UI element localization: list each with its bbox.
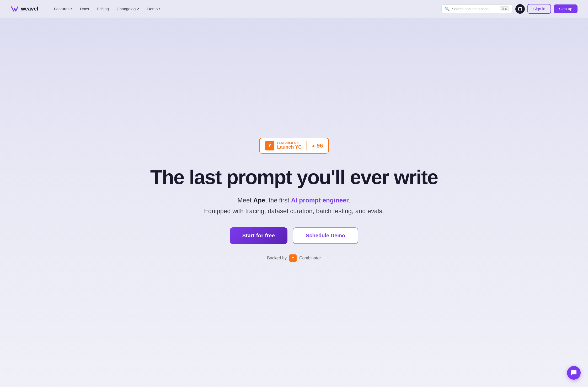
start-for-free-button[interactable]: Start for free	[230, 227, 287, 244]
chat-bubble-button[interactable]	[567, 366, 581, 380]
yc-badge-text: FEATURED ON Launch YC	[277, 142, 302, 150]
nav-links: Features ▾ Docs Pricing Changelog ↗ Demo…	[51, 5, 441, 13]
schedule-demo-button[interactable]: Schedule Demo	[293, 227, 358, 244]
github-icon	[517, 6, 523, 12]
navbar: weavel Features ▾ Docs Pricing Changelog…	[0, 0, 588, 18]
chat-icon	[571, 370, 577, 376]
nav-features[interactable]: Features ▾	[51, 5, 75, 13]
yc-divider	[306, 141, 307, 150]
weavel-logo-icon	[10, 5, 19, 13]
keyboard-shortcut: ⌘ K	[500, 6, 509, 11]
signin-button[interactable]: Sign in	[527, 4, 551, 14]
search-input[interactable]	[452, 7, 498, 11]
search-box[interactable]: 🔍 ⌘ K	[441, 4, 512, 13]
logo-link[interactable]: weavel	[10, 5, 38, 13]
hero-title: The last prompt you'll ever write	[150, 166, 438, 188]
chevron-down-icon-2: ▾	[159, 7, 160, 11]
hero-subtitle-2: Equipped with tracing, dataset curation,…	[204, 207, 384, 215]
nav-pricing[interactable]: Pricing	[94, 5, 112, 13]
nav-changelog[interactable]: Changelog ↗	[114, 5, 143, 13]
signup-button[interactable]: Sign up	[554, 4, 578, 13]
external-link-icon: ↗	[137, 7, 139, 11]
ape-text: Ape	[253, 197, 265, 204]
logo-text: weavel	[21, 6, 38, 12]
chevron-down-icon: ▾	[71, 7, 72, 11]
hero-subtitle-1: Meet Ape, the first AI prompt engineer.	[238, 195, 351, 205]
yc-small-logo: Y	[289, 254, 297, 262]
yc-upvote-count: ▲ 96	[311, 142, 323, 149]
nav-docs[interactable]: Docs	[77, 5, 92, 13]
github-button[interactable]	[515, 4, 525, 14]
backed-by-section: Backed by Y Combinator	[267, 254, 321, 262]
nav-demo[interactable]: Demo ▾	[144, 5, 163, 13]
hero-buttons: Start for free Schedule Demo	[230, 227, 358, 244]
nav-actions: Sign in Sign up	[515, 4, 578, 14]
upvote-arrow-icon: ▲	[311, 143, 316, 148]
ai-prompt-engineer-text: AI prompt engineer	[291, 197, 349, 204]
yc-badge[interactable]: Y FEATURED ON Launch YC ▲ 96	[259, 138, 329, 154]
search-icon: 🔍	[445, 7, 450, 11]
hero-section: Y FEATURED ON Launch YC ▲ 96 The last pr…	[0, 18, 588, 387]
yc-logo: Y	[265, 141, 274, 150]
